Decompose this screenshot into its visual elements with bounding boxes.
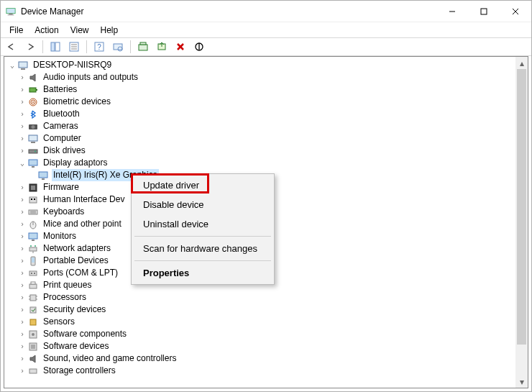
tree-item-label[interactable]: Batteries: [42, 83, 78, 96]
menu-view[interactable]: View: [65, 24, 95, 37]
expand-icon[interactable]: ›: [17, 328, 27, 340]
forward-button[interactable]: [22, 39, 38, 55]
tree-item-label[interactable]: Security devices: [42, 304, 107, 316]
collapse-icon[interactable]: ⌄: [7, 59, 17, 71]
ports-icon: [27, 268, 39, 279]
help-button[interactable]: ?: [91, 39, 107, 55]
expand-icon[interactable]: ›: [17, 108, 27, 120]
title-bar: Device Manager: [1, 1, 531, 22]
svg-rect-42: [34, 199, 35, 200]
close-button[interactable]: [500, 1, 531, 22]
collapse-icon[interactable]: ⌄: [17, 157, 27, 169]
tree-item-label[interactable]: Sensors: [42, 316, 76, 328]
context-menu-properties[interactable]: Properties: [133, 263, 272, 283]
tree-item-label[interactable]: Software components: [42, 328, 128, 340]
tree-item-label[interactable]: Biometric devices: [42, 96, 112, 108]
expand-icon[interactable]: ›: [17, 255, 27, 267]
keyboard-icon: [27, 206, 39, 218]
tree-item-label[interactable]: Firmware: [42, 181, 81, 193]
expand-icon[interactable]: ›: [17, 267, 27, 279]
update-driver-toolbar-button[interactable]: [135, 39, 151, 55]
expand-icon[interactable]: ›: [17, 242, 27, 255]
properties-button[interactable]: [66, 39, 82, 55]
context-menu-uninstall-device[interactable]: Uninstall device: [133, 214, 272, 234]
tree-item-label[interactable]: Sound, video and game controllers: [42, 352, 178, 365]
expand-icon[interactable]: ›: [17, 206, 27, 218]
svg-text:?: ?: [97, 43, 101, 51]
tree-item-label[interactable]: Software devices: [42, 340, 110, 352]
tree-item-label[interactable]: Print queues: [42, 279, 93, 291]
uninstall-device-button[interactable]: [173, 39, 188, 55]
tree-item-label[interactable]: Disk drives: [42, 145, 87, 157]
expand-icon[interactable]: ›: [17, 71, 27, 83]
expand-icon[interactable]: ›: [17, 291, 27, 304]
menu-help[interactable]: Help: [95, 24, 124, 37]
tree-item-label[interactable]: Ports (COM & LPT): [42, 267, 119, 279]
svg-point-33: [35, 150, 36, 152]
vertical-scrollbar[interactable]: ▴ ▾: [515, 57, 528, 388]
scroll-up-arrow-icon[interactable]: ▴: [515, 57, 528, 69]
sound-icon: [27, 353, 39, 365]
expand-icon[interactable]: ›: [17, 193, 27, 206]
toolbar: ?: [1, 37, 531, 56]
disk-icon: [27, 145, 39, 157]
svg-rect-43: [29, 210, 37, 214]
tree-item-label[interactable]: Computer: [42, 132, 83, 145]
svg-rect-31: [31, 142, 35, 143]
svg-rect-0: [6, 8, 15, 13]
tree-item-label[interactable]: Network adapters: [42, 242, 112, 255]
svg-rect-72: [29, 369, 37, 373]
expand-icon[interactable]: ›: [17, 340, 27, 352]
tree-item-label[interactable]: Storage controllers: [42, 365, 117, 377]
expand-icon[interactable]: ›: [17, 365, 27, 377]
security-icon: [27, 304, 39, 316]
expand-icon[interactable]: ›: [17, 145, 27, 157]
svg-rect-59: [29, 284, 37, 288]
expand-icon[interactable]: ›: [17, 316, 27, 328]
expand-icon[interactable]: ›: [17, 132, 27, 145]
tree-root-label[interactable]: DESKTOP-NIISRQ9: [32, 59, 113, 71]
scroll-track[interactable]: [515, 69, 528, 375]
enable-device-button[interactable]: [154, 39, 170, 55]
expand-icon[interactable]: ›: [17, 218, 27, 230]
tree-item-label[interactable]: Mice and other point: [42, 218, 123, 230]
menu-action[interactable]: Action: [29, 24, 64, 37]
firmware-icon: [27, 182, 39, 193]
tree-item-label[interactable]: Display adaptors: [42, 157, 109, 169]
context-menu-scan-hardware[interactable]: Scan for hardware changes: [133, 239, 272, 258]
menu-file[interactable]: File: [4, 24, 29, 37]
context-menu-disable-device[interactable]: Disable device: [133, 195, 272, 214]
tree-item-label[interactable]: Monitors: [42, 230, 78, 242]
tree-item-label[interactable]: Human Interface Dev: [42, 193, 126, 206]
expand-icon[interactable]: ›: [17, 304, 27, 316]
expand-icon[interactable]: ›: [17, 279, 27, 291]
context-menu-update-driver[interactable]: Update driver: [133, 176, 272, 195]
show-hide-tree-button[interactable]: [47, 39, 63, 55]
minimize-button[interactable]: [436, 1, 468, 22]
svg-point-69: [32, 333, 35, 336]
expand-icon[interactable]: ›: [17, 181, 27, 193]
tree-item-label[interactable]: Audio inputs and outputs: [42, 71, 139, 83]
expand-icon[interactable]: ›: [17, 352, 27, 365]
svg-rect-39: [31, 186, 35, 190]
disable-device-button[interactable]: [191, 39, 207, 55]
maximize-button[interactable]: [468, 1, 500, 22]
tree-item-label[interactable]: Cameras: [42, 120, 80, 132]
expand-icon[interactable]: ›: [17, 120, 27, 132]
svg-point-29: [32, 125, 35, 129]
tree-item-label[interactable]: Portable Devices: [42, 255, 110, 267]
camera-icon: [27, 121, 39, 132]
tree-item-label[interactable]: Processors: [42, 291, 88, 304]
tree-item-label[interactable]: Bluetooth: [42, 108, 81, 120]
scroll-thumb[interactable]: [517, 69, 526, 345]
back-button[interactable]: [4, 39, 19, 55]
scroll-down-arrow-icon[interactable]: ▾: [515, 375, 528, 388]
expand-icon[interactable]: ›: [17, 83, 27, 96]
svg-rect-56: [29, 271, 37, 275]
svg-rect-40: [29, 197, 37, 203]
tree-item-label[interactable]: Keyboards: [42, 206, 86, 218]
expand-icon[interactable]: ›: [17, 230, 27, 242]
expand-icon[interactable]: ›: [17, 96, 27, 108]
scan-hardware-button[interactable]: [110, 39, 126, 55]
toolbar-separator: [42, 40, 43, 53]
